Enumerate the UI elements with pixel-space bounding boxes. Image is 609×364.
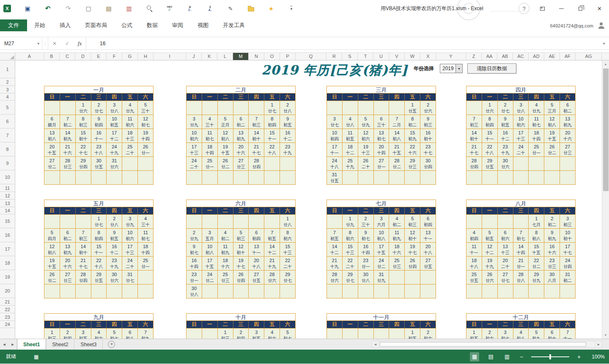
sheet-tab-Sheet3[interactable]: Sheet3: [74, 339, 103, 350]
day-cell[interactable]: 11初六: [122, 115, 137, 129]
day-cell[interactable]: 26廿二: [44, 271, 60, 284]
row-header-24[interactable]: 24: [0, 321, 15, 328]
column-header-V[interactable]: V: [389, 53, 405, 60]
day-cell[interactable]: [358, 101, 373, 115]
day-cell[interactable]: 21十六: [60, 143, 75, 156]
day-cell[interactable]: [202, 171, 217, 184]
day-cell[interactable]: 2初六: [482, 328, 497, 339]
column-header-S[interactable]: S: [342, 53, 358, 60]
day-cell[interactable]: 6三十: [373, 115, 389, 129]
day-cell[interactable]: [187, 171, 202, 184]
day-cell[interactable]: [122, 157, 137, 170]
day-cell[interactable]: 31廿九: [373, 271, 389, 284]
day-cell[interactable]: 24二十: [122, 257, 137, 270]
day-cell[interactable]: [75, 215, 91, 228]
day-cell[interactable]: 24廿二: [202, 271, 217, 284]
folder-icon[interactable]: [247, 5, 255, 12]
day-cell[interactable]: 2初四: [233, 328, 249, 339]
day-cell[interactable]: [560, 157, 575, 170]
day-cell[interactable]: [373, 285, 389, 298]
day-cell[interactable]: 12初十: [233, 243, 249, 256]
day-cell[interactable]: 5四月: [44, 229, 60, 242]
day-cell[interactable]: 1廿五: [404, 101, 420, 115]
ribbon-tab-开发工具[interactable]: 开发工具: [216, 19, 252, 31]
ribbon-tab-插入[interactable]: 插入: [52, 19, 78, 31]
day-cell[interactable]: 2初二: [544, 215, 560, 228]
day-cell[interactable]: 31初二: [560, 271, 575, 284]
help-button[interactable]: ?: [518, 3, 529, 14]
horizontal-scrollbar-thumb[interactable]: [380, 342, 586, 347]
column-header-G[interactable]: G: [122, 53, 138, 60]
column-header-B[interactable]: B: [44, 53, 60, 60]
column-header-J[interactable]: J: [186, 53, 202, 60]
day-cell[interactable]: 11初五: [342, 129, 358, 142]
day-cell[interactable]: 22二十: [280, 257, 295, 270]
column-header-O[interactable]: O: [264, 53, 280, 60]
day-cell[interactable]: [544, 285, 560, 298]
day-cell[interactable]: 6初二: [560, 101, 575, 115]
day-cell[interactable]: 20十八: [248, 257, 264, 270]
day-cell[interactable]: 30廿八: [358, 271, 373, 284]
day-cell[interactable]: 6初二: [233, 115, 249, 129]
row-header-16[interactable]: 16: [0, 228, 15, 242]
day-cell[interactable]: [280, 157, 295, 170]
ribbon-tab-页面布局[interactable]: 页面布局: [78, 19, 114, 31]
day-cell[interactable]: [513, 285, 529, 298]
day-cell[interactable]: 3六月: [373, 215, 389, 228]
column-header-AF[interactable]: AF: [560, 53, 576, 60]
day-cell[interactable]: [75, 171, 91, 184]
day-cell[interactable]: 17十三: [513, 129, 529, 142]
day-cell[interactable]: 7初二: [60, 115, 75, 129]
day-cell[interactable]: 5初七: [106, 328, 122, 339]
day-cell[interactable]: 27廿三: [233, 157, 249, 170]
restore-button[interactable]: [571, 0, 590, 17]
day-cell[interactable]: [327, 285, 342, 298]
day-cell[interactable]: 23十九: [497, 143, 513, 156]
day-cell[interactable]: 18十六: [389, 243, 404, 256]
day-cell[interactable]: 25廿三: [217, 271, 233, 284]
day-cell[interactable]: 23十七: [420, 143, 436, 156]
ribbon-tab-开始[interactable]: 开始: [27, 19, 52, 31]
column-header-U[interactable]: U: [373, 53, 389, 60]
day-cell[interactable]: 12初八: [544, 115, 560, 129]
day-cell[interactable]: 27廿三: [60, 271, 75, 284]
day-cell[interactable]: 2廿七: [497, 101, 513, 115]
day-cell[interactable]: 18十四: [528, 129, 544, 142]
day-cell[interactable]: 26廿二: [544, 143, 560, 156]
day-cell[interactable]: 26廿六: [482, 271, 497, 284]
day-cell[interactable]: 28廿六: [327, 271, 342, 284]
row-header-14[interactable]: 14: [0, 207, 15, 214]
column-header-Y[interactable]: Y: [436, 53, 466, 60]
day-cell[interactable]: 22十六: [404, 143, 420, 156]
day-cell[interactable]: [358, 328, 373, 339]
zoom-slider[interactable]: [531, 356, 569, 357]
day-cell[interactable]: 4廿九: [122, 101, 137, 115]
row-header-23[interactable]: 23: [0, 313, 15, 321]
formula-bar-expand-icon[interactable]: ▾: [599, 37, 609, 49]
day-cell[interactable]: 21十七: [75, 257, 91, 270]
day-cell[interactable]: 25廿一: [528, 143, 544, 156]
day-cell[interactable]: 5初三: [404, 215, 420, 228]
new-document-icon[interactable]: [85, 5, 92, 12]
chart-icon[interactable]: [125, 5, 133, 12]
day-cell[interactable]: 28廿四: [75, 271, 91, 284]
day-cell[interactable]: 22十八: [482, 143, 497, 156]
day-cell[interactable]: 12十二: [482, 243, 497, 256]
day-cell[interactable]: 1初三: [217, 328, 233, 339]
column-header-C[interactable]: C: [60, 53, 75, 60]
day-cell[interactable]: 8初四: [91, 229, 107, 242]
day-cell[interactable]: 2初四: [60, 328, 75, 339]
day-cell[interactable]: 4三十: [137, 215, 153, 228]
day-cell[interactable]: [358, 171, 373, 184]
day-cell[interactable]: 7初七: [513, 229, 529, 242]
day-cell[interactable]: 6初四: [248, 229, 264, 242]
formula-input[interactable]: 16: [86, 37, 599, 49]
day-cell[interactable]: 27廿五: [248, 271, 264, 284]
day-cell[interactable]: 16十二: [280, 129, 295, 142]
day-cell[interactable]: 27廿三: [560, 143, 575, 156]
day-cell[interactable]: [560, 171, 575, 184]
day-cell[interactable]: [544, 157, 560, 170]
day-cell[interactable]: 7初三: [75, 229, 91, 242]
ribbon-tab-公式[interactable]: 公式: [114, 19, 140, 31]
zoom-slider-thumb[interactable]: [549, 354, 551, 359]
